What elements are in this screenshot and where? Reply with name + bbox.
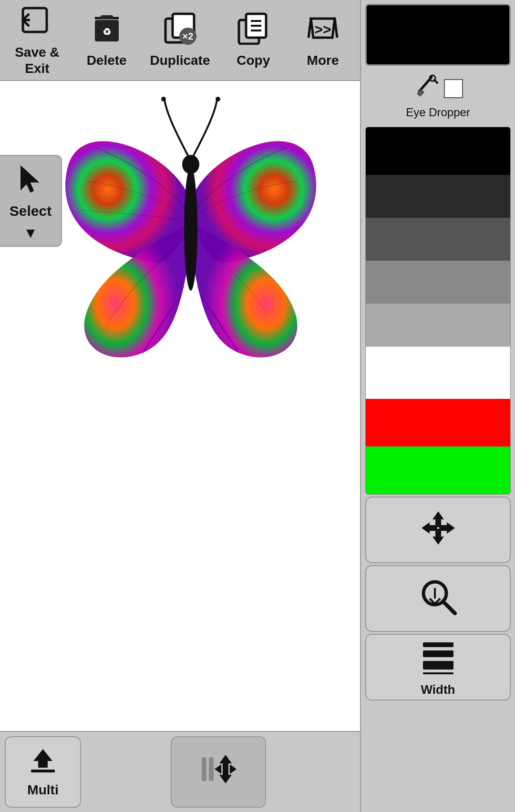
save-exit-icon <box>21 3 54 41</box>
svg-marker-28 <box>433 537 444 545</box>
svg-marker-17 <box>21 166 38 192</box>
zoom-button[interactable] <box>365 565 511 632</box>
color-swatch-medgray[interactable] <box>366 261 510 304</box>
copy-label: Copy <box>237 52 270 69</box>
svg-marker-32 <box>447 522 455 534</box>
width-label: Width <box>421 682 455 697</box>
eye-dropper-color-box <box>444 79 463 98</box>
svg-line-35 <box>443 601 455 613</box>
multi-label: Multi <box>27 782 58 798</box>
cursor-icon <box>18 164 43 199</box>
delete-label: Delete <box>87 52 127 69</box>
move-navigate-button[interactable] <box>365 497 511 563</box>
move-bottom-button[interactable] <box>171 736 266 808</box>
color-swatch-darkgray2[interactable] <box>366 218 510 261</box>
more-button[interactable]: >> More <box>297 11 349 69</box>
svg-rect-45 <box>31 770 55 772</box>
svg-rect-49 <box>223 762 228 769</box>
svg-text:×2: ×2 <box>183 31 194 41</box>
duplicate-label: Duplicate <box>150 52 210 69</box>
svg-point-20 <box>161 97 166 102</box>
right-color-panel: Eye Dropper <box>360 0 515 812</box>
svg-rect-40 <box>423 650 453 657</box>
svg-marker-53 <box>230 764 237 774</box>
svg-marker-48 <box>219 755 232 763</box>
delete-icon: ♻ <box>90 11 124 50</box>
color-swatch-green[interactable] <box>366 447 510 494</box>
eye-dropper-icon <box>413 73 438 104</box>
svg-point-21 <box>216 97 220 102</box>
svg-rect-46 <box>202 757 206 781</box>
save-exit-button[interactable]: Save &Exit <box>11 3 63 76</box>
selected-color-swatch[interactable] <box>365 4 511 66</box>
multi-button[interactable]: Multi <box>5 736 81 808</box>
move-bottom-icon <box>199 750 237 794</box>
svg-rect-2 <box>101 15 113 19</box>
svg-rect-41 <box>423 661 453 670</box>
svg-point-18 <box>184 167 197 291</box>
top-toolbar: Save &Exit ♻ Delete ×2 Duplicate <box>0 0 360 81</box>
zoom-icon <box>419 578 457 619</box>
svg-text:>>: >> <box>315 21 331 37</box>
color-swatch-red[interactable] <box>366 399 510 447</box>
svg-rect-39 <box>423 642 453 647</box>
color-swatch-black[interactable] <box>366 127 510 175</box>
svg-line-14 <box>309 19 311 38</box>
bottom-toolbar: Multi <box>0 731 360 812</box>
color-swatch-darkgray1[interactable] <box>366 175 510 218</box>
svg-rect-47 <box>209 757 214 781</box>
color-swatch-lightgray[interactable] <box>366 304 510 346</box>
delete-button[interactable]: ♻ Delete <box>81 11 133 69</box>
select-tool-panel[interactable]: Select ▼ <box>0 155 62 247</box>
eye-dropper-label: Eye Dropper <box>406 106 470 119</box>
move-navigate-icon <box>419 509 457 551</box>
svg-line-15 <box>335 19 337 38</box>
color-palette <box>365 127 511 495</box>
svg-rect-44 <box>38 760 48 768</box>
svg-text:♻: ♻ <box>103 27 111 37</box>
svg-rect-23 <box>416 89 424 97</box>
duplicate-button[interactable]: ×2 Duplicate <box>150 11 210 69</box>
svg-marker-52 <box>215 764 221 774</box>
more-icon: >> <box>306 11 340 50</box>
color-swatch-white[interactable] <box>366 346 510 399</box>
dropdown-arrow-icon[interactable]: ▼ <box>23 225 38 241</box>
duplicate-icon: ×2 <box>163 11 196 50</box>
svg-line-25 <box>434 80 437 83</box>
svg-rect-42 <box>423 672 453 674</box>
svg-marker-30 <box>422 522 430 534</box>
eye-dropper-tool[interactable]: Eye Dropper <box>365 68 511 125</box>
svg-marker-43 <box>33 749 52 761</box>
canvas-area[interactable]: Select ▼ <box>0 81 360 731</box>
svg-point-19 <box>182 155 199 174</box>
select-label: Select <box>10 203 52 219</box>
width-icon <box>419 638 457 680</box>
svg-marker-50 <box>219 775 232 783</box>
more-label: More <box>307 52 339 69</box>
svg-marker-26 <box>433 511 444 519</box>
multi-icon <box>26 747 60 780</box>
butterfly-image <box>38 86 343 381</box>
copy-button[interactable]: Copy <box>227 11 279 69</box>
svg-rect-51 <box>223 769 228 776</box>
width-button[interactable]: Width <box>365 634 511 700</box>
svg-rect-31 <box>429 525 437 531</box>
svg-rect-33 <box>439 525 448 531</box>
copy-icon <box>237 11 270 50</box>
save-exit-label: Save &Exit <box>15 44 59 76</box>
